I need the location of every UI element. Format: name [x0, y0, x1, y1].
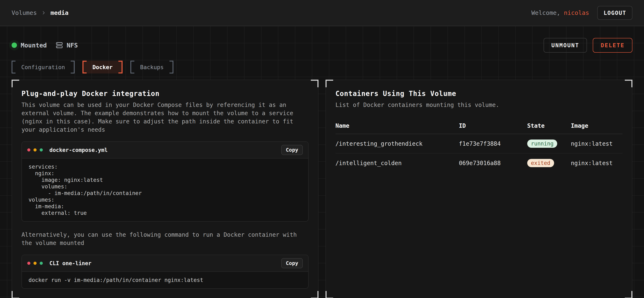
corner-bracket-bottom-right-icon	[311, 291, 318, 298]
copy-button[interactable]: Copy	[281, 145, 303, 155]
mounted-status: Mounted	[12, 42, 47, 49]
welcome-text: Welcome, nicolas	[531, 9, 589, 16]
username: nicolas	[564, 9, 589, 16]
containers-panel: Containers Using This Volume List of Doc…	[326, 80, 632, 298]
tab-label: Docker	[86, 61, 118, 73]
corner-bracket-bottom-left-icon	[326, 291, 333, 298]
cli-intro-text: Alternatively, you can use the following…	[22, 231, 308, 247]
state-cell: running	[527, 140, 571, 148]
panel-description: This volume can be used in your Docker C…	[22, 101, 308, 134]
delete-button[interactable]: DELETE	[593, 38, 632, 53]
nfs-label: NFS	[66, 42, 78, 49]
corner-bracket-bottom-right-icon	[625, 291, 632, 298]
table-header: Name ID State Image	[336, 122, 622, 134]
window-dots	[27, 262, 43, 265]
unmount-button[interactable]: UNMOUNT	[544, 38, 587, 53]
tab-bracket-left-icon	[12, 61, 16, 73]
tab-bar: Configuration Docker Backups	[12, 61, 632, 73]
tab-bracket-right-icon	[118, 61, 122, 73]
column-header-id: ID	[459, 122, 527, 129]
topbar-right: Welcome, nicolas LOGOUT	[531, 6, 632, 20]
cli-code-content: docker run -v im-media:/path/in/containe…	[22, 272, 308, 288]
volume-actions: UNMOUNT DELETE	[544, 38, 632, 53]
column-header-name: Name	[336, 122, 459, 129]
logout-button[interactable]: LOGOUT	[597, 6, 632, 20]
code-block-header: CLI one-liner Copy	[22, 255, 308, 272]
corner-bracket-top-left-icon	[12, 80, 19, 87]
state-badge: exited	[527, 159, 554, 167]
container-name: /intelligent_colden	[336, 160, 459, 166]
driver-status: NFS	[56, 42, 78, 49]
copy-button[interactable]: Copy	[281, 258, 303, 268]
compose-code-content: services: nginx: image: nginx:latest vol…	[22, 158, 308, 221]
server-icon	[56, 42, 63, 49]
volume-status: Mounted NFS	[12, 42, 78, 49]
tab-label: Configuration	[16, 61, 71, 73]
panel-title: Containers Using This Volume	[336, 90, 622, 98]
breadcrumb: Volumes media	[12, 9, 68, 16]
table-row: /interesting_grothendieck f1e73e7f3884 r…	[336, 134, 622, 153]
corner-bracket-bottom-left-icon	[12, 291, 19, 298]
tab-backups[interactable]: Backups	[130, 61, 174, 73]
cli-code-block: CLI one-liner Copy docker run -v im-medi…	[22, 255, 308, 289]
container-image: nginx:latest	[571, 160, 622, 166]
tab-bracket-right-icon	[71, 61, 74, 73]
containers-table: Name ID State Image /interesting_grothen…	[336, 122, 622, 172]
window-dots	[27, 149, 43, 151]
window-dot-green-icon	[40, 262, 43, 265]
compose-code-block: docker-compose.yml Copy services: nginx:…	[22, 141, 308, 222]
breadcrumb-volumes-link[interactable]: Volumes	[12, 9, 37, 16]
panel-subtitle: List of Docker containers mounting this …	[336, 101, 622, 109]
code-filename: docker-compose.yml	[50, 147, 108, 153]
container-id: f1e73e7f3884	[459, 140, 527, 147]
window-dot-yellow-icon	[34, 149, 36, 151]
corner-bracket-top-left-icon	[326, 80, 333, 87]
topbar: Volumes media Welcome, nicolas LOGOUT	[0, 0, 644, 26]
window-dot-green-icon	[40, 149, 43, 151]
window-dot-red-icon	[27, 149, 30, 151]
breadcrumb-current: media	[50, 9, 68, 16]
column-header-state: State	[527, 122, 571, 129]
column-header-image: Image	[571, 122, 622, 129]
corner-bracket-top-right-icon	[311, 80, 318, 87]
tab-docker[interactable]: Docker	[82, 61, 122, 73]
window-dot-yellow-icon	[34, 262, 36, 265]
tab-bracket-left-icon	[130, 61, 134, 73]
code-block-header: docker-compose.yml Copy	[22, 142, 308, 158]
welcome-prefix: Welcome,	[531, 9, 564, 16]
chevron-right-icon	[41, 10, 46, 15]
container-name: /interesting_grothendieck	[336, 140, 459, 147]
tab-label: Backups	[134, 61, 170, 73]
window-dot-red-icon	[27, 262, 30, 265]
mounted-label: Mounted	[21, 42, 47, 49]
code-filename: CLI one-liner	[50, 260, 92, 266]
panels: Plug-and-play Docker integration This vo…	[12, 80, 632, 298]
container-image: nginx:latest	[571, 140, 622, 147]
tab-bracket-left-icon	[82, 61, 86, 73]
tab-configuration[interactable]: Configuration	[12, 61, 74, 73]
panel-title: Plug-and-play Docker integration	[22, 90, 308, 98]
state-badge: running	[527, 140, 558, 148]
status-row: Mounted NFS UNMOUNT DELETE	[12, 38, 632, 52]
state-cell: exited	[527, 159, 571, 167]
container-id: 069e73016a88	[459, 160, 527, 166]
corner-bracket-top-right-icon	[625, 80, 632, 87]
table-row: /intelligent_colden 069e73016a88 exited …	[336, 153, 622, 172]
tab-bracket-right-icon	[170, 61, 174, 73]
docker-integration-panel: Plug-and-play Docker integration This vo…	[12, 80, 318, 298]
main-content: Mounted NFS UNMOUNT DELETE Configuration	[0, 38, 644, 298]
green-dot-icon	[12, 42, 17, 48]
